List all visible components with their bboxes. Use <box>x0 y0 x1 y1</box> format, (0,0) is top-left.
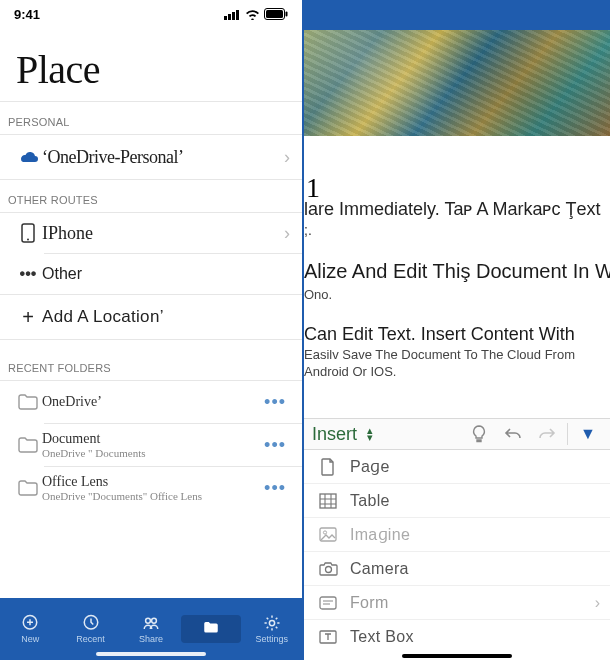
recent-folder-row[interactable]: Office Lens OneDrive "Documents" Office … <box>0 467 302 509</box>
svg-rect-18 <box>320 597 336 609</box>
insert-page[interactable]: Paɡe <box>304 450 610 484</box>
onedrive-label: ‘OneDrive-Personal’ <box>42 147 284 168</box>
doc-line: Android Or IOS. <box>304 364 610 379</box>
insert-camera[interactable]: Camera <box>304 552 610 586</box>
svg-rect-3 <box>236 10 239 20</box>
folder-name: Office Lens <box>42 474 264 490</box>
ribbon-switch-icon[interactable]: ▴▾ <box>367 427 373 441</box>
insert-image[interactable]: Imaɡine <box>304 518 610 552</box>
svg-point-17 <box>325 567 331 573</box>
folder-icon <box>14 394 42 410</box>
svg-point-11 <box>146 618 151 623</box>
other-label: Other <box>42 265 294 283</box>
tab-settings[interactable]: Settings <box>242 614 302 644</box>
form-icon <box>318 595 338 611</box>
add-location-label: Add A Location’ <box>42 307 294 327</box>
cellular-icon <box>224 9 241 20</box>
chevron-right-icon: › <box>284 223 294 244</box>
folder-name: OneDrive’ <box>42 394 264 410</box>
ellipsis-icon: ••• <box>14 265 42 283</box>
status-indicators <box>224 8 288 20</box>
page-title: Place <box>0 28 302 101</box>
svg-rect-0 <box>224 16 227 20</box>
onedrive-personal-row[interactable]: ‘OneDrive-Personal’ › <box>0 135 302 179</box>
svg-rect-5 <box>266 10 283 18</box>
bottom-tabbar: New Recent Share Settings <box>0 598 302 660</box>
gutter-char: 1 <box>306 172 320 204</box>
gear-icon <box>262 614 282 632</box>
chevron-right-icon: › <box>284 147 294 168</box>
image-icon <box>318 527 338 542</box>
textbox-icon <box>318 629 338 645</box>
tab-recent[interactable]: Recent <box>61 614 121 644</box>
iphone-row[interactable]: IPhone › <box>0 213 302 253</box>
camera-icon <box>318 561 338 576</box>
svg-point-16 <box>323 531 326 534</box>
folder-icon <box>14 437 42 453</box>
share-icon <box>141 614 161 632</box>
folder-icon <box>14 480 42 496</box>
phone-icon <box>14 223 42 243</box>
battery-icon <box>264 8 288 20</box>
tab-new[interactable]: New <box>0 614 60 644</box>
status-time: 9:41 <box>14 7 40 22</box>
svg-point-8 <box>27 239 29 241</box>
svg-point-13 <box>269 620 274 625</box>
app-header <box>304 0 610 30</box>
doc-heading: Alize And Edit Thiş Document In Wo <box>304 260 610 283</box>
insert-menu: Paɡe Table Imaɡine Camera Form › Text <box>304 450 610 654</box>
svg-rect-14 <box>320 494 336 508</box>
undo-icon[interactable] <box>499 422 527 446</box>
recent-folder-row[interactable]: Document OneDrive " Documents ••• <box>0 424 302 466</box>
folder-icon <box>201 619 221 637</box>
section-personal: PERSONAL <box>0 102 302 134</box>
wifi-icon <box>245 9 260 20</box>
folder-name: Document <box>42 431 264 447</box>
svg-rect-2 <box>232 12 235 20</box>
tab-files[interactable] <box>181 615 241 643</box>
new-icon <box>20 614 40 632</box>
svg-rect-6 <box>286 12 288 17</box>
doc-line: Easilv Save The Document To The Cloud Fr… <box>304 347 610 362</box>
svg-rect-1 <box>228 14 231 20</box>
section-other-routes: OTHER ROUTES <box>0 180 302 212</box>
home-indicator[interactable] <box>402 654 512 658</box>
document-hero-image <box>304 30 610 136</box>
collapse-ribbon-icon[interactable]: ▼ <box>574 422 602 446</box>
redo-icon[interactable] <box>533 422 561 446</box>
places-panel: 9:41 Place PERSONAL ‘OneDrive-Personal’ … <box>0 0 302 660</box>
doc-heading: Can Edit Text. Insert Content With <box>304 324 610 345</box>
other-row[interactable]: ••• Other <box>0 254 302 294</box>
recent-icon <box>81 614 101 632</box>
folder-path: OneDrive " Documents <box>42 447 264 459</box>
doc-line: lare Immediately. Taᴘ A Markaᴘc Ţext <box>304 198 610 220</box>
page-icon <box>318 458 338 476</box>
document-body[interactable]: 1 lare Immediately. Taᴘ A Markaᴘc Ţext ;… <box>304 136 610 418</box>
recent-folder-row[interactable]: OneDrive’ ••• <box>0 381 302 423</box>
more-icon[interactable]: ••• <box>264 435 294 456</box>
insert-form[interactable]: Form › <box>304 586 610 620</box>
doc-line: ;. <box>304 222 610 238</box>
chevron-right-icon: › <box>595 594 600 612</box>
more-icon[interactable]: ••• <box>264 478 294 499</box>
section-recent-folders: RECENT FOLDERS <box>0 340 302 380</box>
doc-line: Ono. <box>304 287 610 302</box>
insert-table[interactable]: Table <box>304 484 610 518</box>
svg-point-12 <box>152 618 157 623</box>
plus-icon: + <box>14 306 42 329</box>
insert-textbox[interactable]: Text Box <box>304 620 610 654</box>
ribbon-bar: Insert ▴▾ ▼ <box>304 418 610 450</box>
folder-path: OneDrive "Documents" Office Lens <box>42 490 264 502</box>
table-icon <box>318 493 338 509</box>
home-indicator[interactable] <box>96 652 206 656</box>
status-bar: 9:41 <box>0 0 302 28</box>
add-location-row[interactable]: + Add A Location’ <box>0 295 302 339</box>
tab-share[interactable]: Share <box>121 614 181 644</box>
onedrive-icon <box>14 150 42 164</box>
more-icon[interactable]: ••• <box>264 392 294 413</box>
iphone-label: IPhone <box>42 223 284 244</box>
document-panel: 1 lare Immediately. Taᴘ A Markaᴘc Ţext ;… <box>302 0 610 660</box>
ribbon-name[interactable]: Insert <box>312 424 357 445</box>
lightbulb-icon[interactable] <box>465 422 493 446</box>
